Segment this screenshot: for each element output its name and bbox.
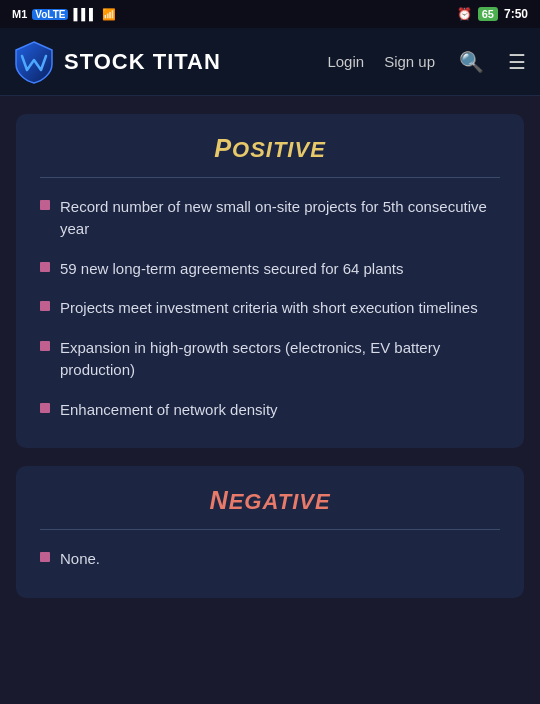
positive-title: POSITIVE [40,134,500,163]
main-content: POSITIVERecord number of new small on-si… [0,114,540,598]
bullet-icon [40,262,50,272]
list-item: Record number of new small on-site proje… [40,196,500,240]
battery-badge: 65 [478,7,498,21]
logo-text: STOCK TITAN [64,49,221,75]
bullet-icon [40,403,50,413]
nav-links: Login Sign up 🔍 ☰ [327,50,526,74]
bullet-icon [40,552,50,562]
login-link[interactable]: Login [327,53,364,70]
list-item-text: None. [60,548,100,570]
carrier-label: M1 [12,8,27,20]
logo-icon [14,40,54,84]
signup-link[interactable]: Sign up [384,53,435,70]
wifi-icon: 📶 [102,8,116,21]
status-carrier: M1 VoLTE ▌▌▌ 📶 [12,8,116,21]
status-bar: M1 VoLTE ▌▌▌ 📶 ⏰ 65 7:50 [0,0,540,28]
menu-icon[interactable]: ☰ [508,50,526,74]
navbar: STOCK TITAN Login Sign up 🔍 ☰ [0,28,540,96]
list-item: None. [40,548,500,570]
negative-list: None. [40,548,500,570]
alarm-icon: ⏰ [457,7,472,21]
bullet-icon [40,301,50,311]
bullet-icon [40,200,50,210]
negative-title: NEGATIVE [40,486,500,515]
list-item: 59 new long-term agreements secured for … [40,258,500,280]
list-item-text: Enhancement of network density [60,399,278,421]
volte-label: VoLTE [32,9,68,20]
positive-divider [40,177,500,178]
list-item-text: 59 new long-term agreements secured for … [60,258,404,280]
signal-icon: ▌▌▌ [73,8,96,20]
negative-divider [40,529,500,530]
logo-area: STOCK TITAN [14,40,327,84]
list-item: Enhancement of network density [40,399,500,421]
time-label: 7:50 [504,7,528,21]
section-positive: POSITIVERecord number of new small on-si… [16,114,524,448]
positive-list: Record number of new small on-site proje… [40,196,500,420]
section-negative: NEGATIVENone. [16,466,524,598]
status-right: ⏰ 65 7:50 [457,7,528,21]
list-item: Expansion in high-growth sectors (electr… [40,337,500,381]
list-item-text: Projects meet investment criteria with s… [60,297,478,319]
list-item: Projects meet investment criteria with s… [40,297,500,319]
bullet-icon [40,341,50,351]
list-item-text: Record number of new small on-site proje… [60,196,500,240]
search-icon[interactable]: 🔍 [459,50,484,74]
list-item-text: Expansion in high-growth sectors (electr… [60,337,500,381]
